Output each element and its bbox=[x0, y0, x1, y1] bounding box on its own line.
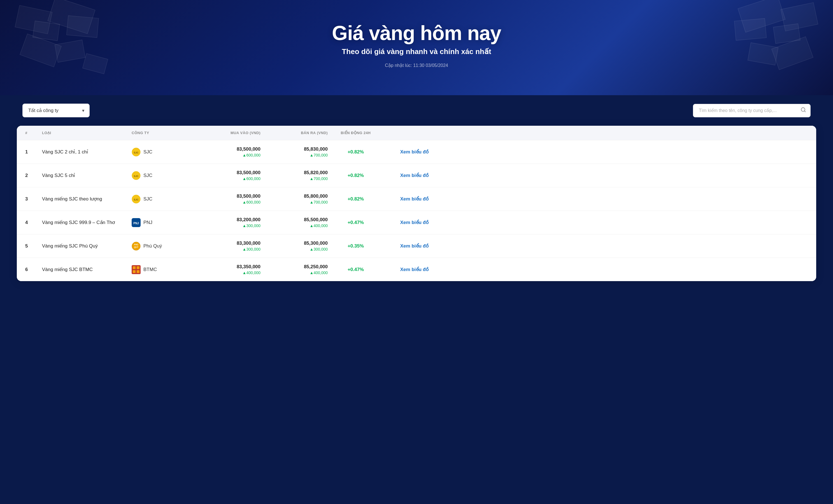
cell-company-3: PNJ PNJ bbox=[132, 218, 193, 227]
price-mua-main-5: 83,350,000 bbox=[237, 264, 261, 270]
company-filter-wrapper: Tất cả công ty SJC PNJ Phú Quý BTMC ▼ bbox=[22, 103, 90, 117]
price-table-container: # LOẠI CÔNG TY MUA VÀO (VND) BÁN RA (VND… bbox=[17, 126, 816, 281]
cell-loai-3: Vàng miếng SJC 999.9 – Cần Thơ bbox=[42, 219, 132, 225]
table-header: # LOẠI CÔNG TY MUA VÀO (VND) BÁN RA (VND… bbox=[17, 126, 816, 140]
svg-text:SJC: SJC bbox=[134, 198, 139, 201]
price-ban-main-1: 85,820,000 bbox=[304, 170, 328, 175]
col-header-num: # bbox=[25, 131, 42, 135]
cell-num-5: 6 bbox=[25, 267, 42, 272]
view-chart-button-0[interactable]: Xem biểu đồ bbox=[400, 149, 429, 155]
cell-action-1: Xem biểu đồ bbox=[384, 172, 429, 178]
price-mua-main-2: 83,500,000 bbox=[237, 193, 261, 199]
price-mua-change-0: ▲600,000 bbox=[242, 153, 261, 158]
cell-bien-dong-3: +0.47% bbox=[328, 220, 384, 225]
cell-bien-dong-0: +0.82% bbox=[328, 149, 384, 155]
price-ban-main-0: 85,830,000 bbox=[304, 146, 328, 152]
cell-mua-vao-4: 83,300,000 ▲300,000 bbox=[193, 241, 261, 251]
company-name-2: SJC bbox=[143, 196, 152, 202]
price-mua-main-1: 83,500,000 bbox=[237, 170, 261, 175]
table-row: 2 Vàng SJC 5 chỉ SJC SJC 83,500,000 ▲600… bbox=[17, 164, 816, 187]
price-ban-main-3: 85,500,000 bbox=[304, 217, 328, 223]
company-name-4: Phú Quý bbox=[143, 243, 162, 249]
price-ban-change-3: ▲400,000 bbox=[310, 223, 328, 228]
cell-bien-dong-1: +0.82% bbox=[328, 173, 384, 178]
svg-rect-15 bbox=[137, 266, 140, 269]
cell-bien-dong-4: +0.35% bbox=[328, 243, 384, 249]
cell-mua-vao-1: 83,500,000 ▲600,000 bbox=[193, 170, 261, 181]
table-body: 1 Vàng SJC 2 chỉ, 1 chỉ SJC SJC 83,500,0… bbox=[17, 140, 816, 281]
cell-mua-vao-0: 83,500,000 ▲600,000 bbox=[193, 146, 261, 158]
cell-bien-dong-5: +0.47% bbox=[328, 267, 384, 272]
price-ban-main-2: 85,800,000 bbox=[304, 193, 328, 199]
cell-action-4: Xem biểu đồ bbox=[384, 243, 429, 249]
cell-company-1: SJC SJC bbox=[132, 171, 193, 180]
price-mua-main-3: 83,200,000 bbox=[237, 217, 261, 223]
cell-num-0: 1 bbox=[25, 149, 42, 155]
price-ban-main-5: 85,250,000 bbox=[304, 264, 328, 270]
cell-ban-ra-0: 85,830,000 ▲700,000 bbox=[261, 146, 328, 158]
company-logo-3: PNJ bbox=[132, 218, 141, 227]
company-name-5: BTMC bbox=[143, 267, 157, 272]
svg-text:QUÝ: QUÝ bbox=[134, 246, 138, 248]
company-logo-0: SJC bbox=[132, 148, 141, 157]
view-chart-button-1[interactable]: Xem biểu đồ bbox=[400, 172, 429, 178]
svg-rect-14 bbox=[133, 266, 136, 269]
svg-rect-16 bbox=[133, 270, 136, 273]
cell-loai-2: Vàng miếng SJC theo lượng bbox=[42, 196, 132, 202]
company-dropdown[interactable]: Tất cả công ty SJC PNJ Phú Quý BTMC bbox=[22, 103, 90, 117]
svg-text:PHÚ: PHÚ bbox=[134, 243, 138, 245]
cell-mua-vao-2: 83,500,000 ▲600,000 bbox=[193, 193, 261, 205]
col-header-company: CÔNG TY bbox=[132, 131, 193, 135]
cell-ban-ra-4: 85,300,000 ▲300,000 bbox=[261, 241, 328, 251]
cell-bien-dong-2: +0.82% bbox=[328, 196, 384, 202]
svg-text:SJC: SJC bbox=[134, 151, 139, 154]
company-logo-1: SJC bbox=[132, 171, 141, 180]
search-input[interactable] bbox=[693, 104, 811, 117]
cell-action-0: Xem biểu đồ bbox=[384, 149, 429, 155]
cell-company-4: PHÚ QUÝ Phú Quý bbox=[132, 242, 193, 250]
company-name-3: PNJ bbox=[143, 220, 152, 225]
page-title: Giá vàng hôm nay bbox=[332, 22, 501, 45]
view-chart-button-5[interactable]: Xem biểu đồ bbox=[400, 267, 429, 272]
cell-action-3: Xem biểu đồ bbox=[384, 219, 429, 225]
cell-ban-ra-5: 85,250,000 ▲400,000 bbox=[261, 264, 328, 275]
col-header-mua-vao: MUA VÀO (VND) bbox=[193, 131, 261, 135]
col-header-ban-ra: BÁN RA (VND) bbox=[261, 131, 328, 135]
search-wrapper bbox=[693, 104, 811, 117]
cell-ban-ra-2: 85,800,000 ▲700,000 bbox=[261, 193, 328, 205]
price-ban-change-5: ▲400,000 bbox=[310, 270, 328, 275]
col-header-loai: LOẠI bbox=[42, 131, 132, 135]
page-subtitle: Theo dõi giá vàng nhanh và chính xác nhấ… bbox=[342, 47, 491, 56]
company-logo-4: PHÚ QUÝ bbox=[132, 242, 141, 250]
price-mua-change-2: ▲600,000 bbox=[242, 200, 261, 205]
table-row: 3 Vàng miếng SJC theo lượng SJC SJC 83,5… bbox=[17, 187, 816, 211]
cell-action-5: Xem biểu đồ bbox=[384, 267, 429, 272]
cell-company-0: SJC SJC bbox=[132, 148, 193, 157]
company-logo-2: SJC bbox=[132, 195, 141, 203]
view-chart-button-2[interactable]: Xem biểu đồ bbox=[400, 196, 429, 202]
view-chart-button-4[interactable]: Xem biểu đồ bbox=[400, 243, 429, 249]
company-name-0: SJC bbox=[143, 149, 152, 155]
update-time: Cập nhật lúc: 11:30 03/05/2024 bbox=[385, 63, 448, 68]
cell-ban-ra-3: 85,500,000 ▲400,000 bbox=[261, 217, 328, 228]
price-ban-change-2: ▲700,000 bbox=[310, 200, 328, 205]
cell-company-5: BTMC bbox=[132, 265, 193, 274]
cell-loai-4: Vàng miếng SJC Phú Quý bbox=[42, 243, 132, 249]
cell-loai-1: Vàng SJC 5 chỉ bbox=[42, 172, 132, 178]
view-chart-button-3[interactable]: Xem biểu đồ bbox=[400, 219, 429, 225]
table-row: 4 Vàng miếng SJC 999.9 – Cần Thơ PNJ PNJ… bbox=[17, 211, 816, 234]
price-mua-change-3: ▲300,000 bbox=[242, 223, 261, 228]
company-logo-5 bbox=[132, 265, 141, 274]
cell-num-2: 3 bbox=[25, 196, 42, 202]
price-mua-main-4: 83,300,000 bbox=[237, 241, 261, 246]
col-header-action bbox=[384, 131, 429, 135]
cell-mua-vao-5: 83,350,000 ▲400,000 bbox=[193, 264, 261, 275]
cell-ban-ra-1: 85,820,000 ▲700,000 bbox=[261, 170, 328, 181]
price-ban-main-4: 85,300,000 bbox=[304, 241, 328, 246]
company-name-1: SJC bbox=[143, 173, 152, 178]
svg-rect-17 bbox=[137, 270, 140, 273]
price-ban-change-1: ▲700,000 bbox=[310, 176, 328, 181]
table-row: 5 Vàng miếng SJC Phú Quý PHÚ QUÝ Phú Quý… bbox=[17, 234, 816, 258]
price-mua-main-0: 83,500,000 bbox=[237, 146, 261, 152]
svg-text:SJC: SJC bbox=[134, 175, 139, 177]
